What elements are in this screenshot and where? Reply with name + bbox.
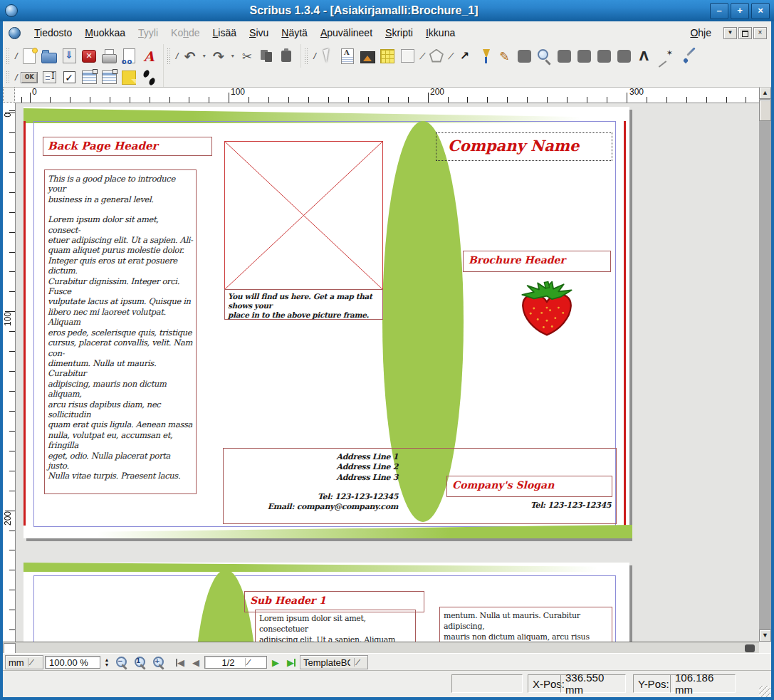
menu-tyyli[interactable]: Tyyli (132, 25, 164, 41)
cut-icon[interactable]: ✂ (237, 47, 256, 66)
scroll-up-icon[interactable]: ▲ (759, 87, 771, 99)
zoom-tool-icon[interactable] (535, 47, 554, 66)
toolbar-handle[interactable] (6, 48, 11, 64)
print-preview-icon[interactable] (120, 47, 139, 66)
slogan-frame[interactable]: Company's Slogan (446, 476, 612, 497)
toolbar-handle[interactable] (304, 48, 309, 64)
toolbar-handle[interactable] (167, 48, 172, 64)
menu-kohde[interactable]: Kohde (164, 25, 206, 41)
previous-page-button[interactable]: ◀ (189, 655, 203, 669)
toolbar-handle[interactable] (6, 70, 11, 84)
insert-bezier-icon[interactable] (475, 47, 494, 66)
print-icon[interactable] (100, 47, 119, 66)
spin-up-icon[interactable]: ▲ (102, 658, 112, 662)
page-2[interactable]: Sub Header 1 Lorem ipsum dolor sit amet,… (23, 563, 629, 642)
ruler-origin-box[interactable] (3, 87, 15, 103)
pdf-listbox-icon[interactable] (100, 68, 119, 87)
body-text-frame[interactable]: This is a good place to introduce your b… (44, 169, 197, 494)
mdi-restore-icon[interactable] (738, 27, 752, 39)
pdf-text-field-icon[interactable] (40, 68, 59, 87)
brochure-header-frame[interactable]: Brochure Header (463, 251, 611, 272)
link-annotation-icon[interactable] (140, 68, 159, 87)
scroll-down-icon[interactable]: ▼ (759, 630, 771, 642)
unit-selector[interactable]: mm ⁄ (5, 655, 43, 669)
page2-column2-frame[interactable]: mentum. Nulla ut mauris. Curabitur adipi… (439, 607, 612, 642)
zoom-level-field[interactable]: 100.00 % (45, 656, 100, 669)
open-document-icon[interactable] (40, 47, 59, 66)
page-preview-toggle-icon[interactable] (4, 643, 16, 654)
strawberry-image[interactable] (514, 279, 580, 338)
spin-down-icon[interactable]: ▼ (102, 663, 112, 667)
insert-polygon-icon[interactable] (427, 47, 446, 66)
pdf-push-button-icon[interactable] (20, 68, 39, 87)
menu-nayta[interactable]: Näytä (275, 25, 314, 41)
first-page-button[interactable]: ◀ (173, 655, 187, 669)
page2-column1-frame[interactable]: Lorem ipsum dolor sit amet, consectetuer… (255, 610, 416, 642)
select-tool-icon[interactable] (318, 47, 338, 66)
edit-contents-icon[interactable] (555, 47, 574, 66)
link-frames-icon[interactable] (595, 47, 614, 66)
insert-table-icon[interactable] (378, 47, 397, 66)
vertical-scrollbar-thumb[interactable] (759, 100, 771, 121)
save-document-icon[interactable] (60, 47, 79, 66)
paste-icon[interactable] (277, 47, 296, 66)
pdf-checkbox-icon[interactable] (60, 68, 79, 87)
undo-icon[interactable]: ↶ (180, 47, 199, 66)
unlink-frames-icon[interactable] (615, 47, 634, 66)
last-page-button[interactable]: ▶ (284, 655, 298, 669)
horizontal-ruler[interactable]: 0100200300 (15, 87, 759, 103)
eyedropper-icon[interactable] (680, 47, 699, 66)
company-name-frame[interactable]: Company Name (436, 132, 612, 161)
green-banner-top-p2[interactable] (23, 563, 629, 572)
redo-icon[interactable]: ↷ (209, 47, 228, 66)
page-1[interactable]: Back Page Header This is a good place to… (23, 107, 629, 538)
zoom-spinner[interactable]: ▲▼ (102, 655, 112, 669)
zoom-in-button[interactable]: + (150, 654, 167, 670)
page-number-field[interactable]: 1/2 ⁄ (204, 656, 267, 669)
menu-ohje[interactable]: Ohje (684, 25, 718, 41)
insert-shape-icon[interactable] (398, 47, 417, 66)
minimize-button[interactable]: – (710, 3, 728, 19)
layer-selector[interactable]: TemplateBC ⁄ (300, 655, 368, 669)
next-page-button[interactable]: ▶ (268, 655, 283, 669)
menu-muokkaa[interactable]: Muokkaa (78, 25, 132, 41)
menu-skripti[interactable]: Skripti (379, 25, 419, 41)
document-icon[interactable] (9, 27, 21, 39)
menu-apuvalineet[interactable]: Apuvälineet (314, 25, 379, 41)
text-annotation-icon[interactable] (120, 68, 139, 87)
mdi-minimize-icon[interactable]: ▼ (723, 27, 737, 39)
undo-dropdown-icon[interactable]: ▾ (200, 47, 208, 66)
zoom-out-button[interactable]: − (113, 654, 130, 670)
zoom-100-button[interactable]: 1 (132, 654, 149, 670)
copy-icon[interactable] (257, 47, 276, 66)
close-document-icon[interactable] (80, 47, 99, 66)
measurements-icon[interactable]: Λ (634, 47, 654, 66)
image-frame[interactable] (224, 141, 383, 290)
maximize-button[interactable]: + (731, 3, 749, 19)
shape-dropdown-icon[interactable]: ⁄ (418, 47, 426, 66)
insert-text-frame-icon[interactable] (338, 47, 357, 66)
mdi-close-icon[interactable]: × (753, 27, 767, 39)
redo-dropdown-icon[interactable]: ▾ (229, 47, 236, 66)
export-pdf-icon[interactable]: A (140, 47, 159, 66)
preview-mode-icon[interactable] (745, 644, 755, 652)
new-document-icon[interactable] (20, 47, 39, 66)
rotate-item-icon[interactable] (515, 47, 534, 66)
menu-tiedosto[interactable]: Tiedosto (28, 25, 78, 41)
horizontal-scrollbar[interactable] (3, 642, 759, 654)
copy-properties-icon[interactable]: ✶ (654, 44, 679, 68)
map-caption-frame[interactable]: You will find us here. Get a map that sh… (224, 289, 383, 320)
canvas[interactable]: Back Page Header This is a good place to… (15, 103, 759, 642)
back-page-header-frame[interactable]: Back Page Header (43, 137, 212, 156)
insert-line-icon[interactable]: ↗ (455, 47, 474, 66)
pdf-combobox-icon[interactable] (80, 68, 99, 87)
title-bar[interactable]: Scribus 1.3.4 - [Asiakirjamalli:Brochure… (0, 0, 774, 21)
insert-image-frame-icon[interactable] (358, 47, 377, 66)
close-button[interactable]: × (751, 3, 770, 19)
resize-grip[interactable] (759, 686, 770, 697)
vertical-ruler[interactable]: 0100200 (3, 103, 16, 642)
vertical-scrollbar[interactable]: ▲ ▼ (759, 87, 771, 642)
menu-lisaa[interactable]: Lisää (206, 25, 243, 41)
edit-text-icon[interactable] (575, 47, 594, 66)
insert-freehand-icon[interactable]: ✎ (495, 47, 514, 66)
